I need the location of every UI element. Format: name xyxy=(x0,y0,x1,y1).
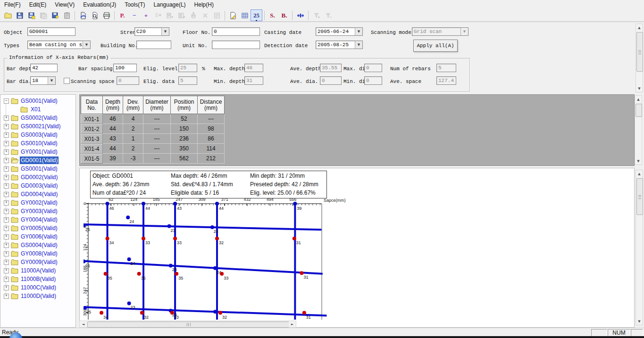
expand-box-icon[interactable]: + xyxy=(4,141,9,146)
expand-box-icon[interactable]: + xyxy=(4,200,9,206)
scrollbar-thumb[interactable] xyxy=(636,32,643,72)
tree-item-gy0005valid[interactable]: GY0005(Valid) xyxy=(20,224,59,232)
tree-item-11000cvalid[interactable]: 11000C(Valid) xyxy=(20,284,57,291)
expand-box-icon[interactable]: + xyxy=(4,217,9,223)
print-button[interactable] xyxy=(100,9,112,21)
menu-item-edit[interactable]: Edit(E) xyxy=(25,0,51,9)
types-field[interactable]: Beam casting on site▼ xyxy=(27,41,91,49)
apply-all-button[interactable]: Apply all(A) xyxy=(413,40,458,52)
expand-box-icon[interactable]: + xyxy=(4,158,9,163)
expand-box-icon[interactable]: + xyxy=(4,268,9,273)
expand-box-icon[interactable]: + xyxy=(4,209,9,214)
tree-item-gy0006valid[interactable]: GY0006(Valid) xyxy=(20,233,59,240)
menu-item-view[interactable]: View(V) xyxy=(50,0,79,9)
menu-item-file[interactable]: File(F) xyxy=(0,0,25,9)
floor-no-field[interactable]: 0 xyxy=(212,27,260,36)
tree-item-gs0002valid[interactable]: GS0002(Valid) xyxy=(20,114,59,122)
clipboard-button[interactable] xyxy=(61,9,73,21)
save-as-button[interactable] xyxy=(25,9,37,21)
expand-box-icon[interactable]: + xyxy=(4,166,9,172)
scroll-left-arrow-icon[interactable]: ◄ xyxy=(80,321,87,327)
tree-item-gd0003valid[interactable]: GD0003(Valid) xyxy=(20,182,59,190)
bar-spacing-field[interactable]: 100 xyxy=(113,64,137,72)
casting-date-field[interactable]: 2005-06-24▼ xyxy=(316,27,363,36)
row-header-x01-2[interactable]: X01-2 xyxy=(81,124,103,134)
expand-box-icon[interactable]: + xyxy=(4,234,9,239)
menu-item-tools[interactable]: Tools(T) xyxy=(120,0,149,9)
scroll-down-arrow-icon[interactable]: ▼ xyxy=(635,157,642,165)
row-header-x01-3[interactable]: X01-3 xyxy=(81,134,103,144)
expand-box-icon[interactable]: + xyxy=(4,115,9,121)
expand-box-icon[interactable]: + xyxy=(4,226,9,231)
pane-splitter[interactable] xyxy=(76,94,79,328)
chart-horizontal-scrollbar[interactable]: ◄ ► xyxy=(79,321,296,328)
scroll-up-arrow-icon[interactable]: ▲ xyxy=(636,170,643,177)
building-no-field[interactable] xyxy=(136,41,171,49)
expand-box-icon[interactable]: + xyxy=(4,192,9,197)
bar-dia-field[interactable]: 18▼ xyxy=(30,76,56,85)
tree-item-gd0002valid[interactable]: GD0002(Valid) xyxy=(20,173,59,181)
scroll-up-arrow-icon[interactable]: ▲ xyxy=(636,24,643,31)
expand-box-icon[interactable]: + xyxy=(4,243,9,248)
detection-date-field[interactable]: 2005-08-25▼ xyxy=(316,41,363,49)
tree-item-gs0001valid[interactable]: GS0001(Valid) xyxy=(20,165,59,173)
scrollbar-thumb[interactable] xyxy=(87,322,289,328)
remove-point-button[interactable]: − xyxy=(128,9,140,21)
open-file-button[interactable] xyxy=(2,9,14,21)
object-field[interactable]: GD0001 xyxy=(27,27,75,36)
edit-doc-button[interactable] xyxy=(227,9,239,21)
expand-box-icon[interactable]: + xyxy=(4,175,9,180)
scanning-space-field-checkbox[interactable] xyxy=(64,78,70,84)
row-header-x01-4[interactable]: X01-4 xyxy=(81,144,103,154)
print-preview-button[interactable] xyxy=(89,9,100,21)
rebar-grid-plot[interactable]: 62124185247309371432494556Sapce(mm)06212… xyxy=(84,196,352,320)
expand-box-icon[interactable]: + xyxy=(4,251,9,256)
tree-item-x01[interactable]: X01 xyxy=(30,106,42,113)
add-point-button[interactable]: + xyxy=(140,9,152,21)
expand-box-icon[interactable]: + xyxy=(4,277,9,282)
scrollbar-thumb[interactable] xyxy=(636,178,643,215)
chart-vertical-scrollbar[interactable]: ▲ ▼ xyxy=(636,170,643,325)
scrollbar-thumb[interactable] xyxy=(636,104,642,117)
tree-item-gy0001valid[interactable]: GY0001(Valid) xyxy=(20,148,59,156)
tree-item-gs0010valid[interactable]: GS0010(Valid) xyxy=(20,140,59,147)
scroll-down-arrow-icon[interactable]: ▼ xyxy=(636,318,643,325)
depth-label-button[interactable]: 25 xyxy=(251,9,262,21)
save-button[interactable] xyxy=(14,9,25,21)
chevron-down-icon[interactable]: ▼ xyxy=(460,28,468,35)
expand-box-icon[interactable]: + xyxy=(4,124,9,129)
tree-item-gd0001valid[interactable]: GD0001(Valid) xyxy=(20,157,59,164)
form-vertical-scrollbar[interactable]: ▲ ▼ xyxy=(636,24,643,92)
scroll-right-arrow-icon[interactable]: ► xyxy=(289,321,296,327)
tree-item-gd0004valid[interactable]: GD0004(Valid) xyxy=(20,190,59,198)
s-mode-button[interactable]: S. xyxy=(267,9,278,21)
menu-item-language[interactable]: Language(L) xyxy=(150,0,190,9)
bar-depth-field[interactable]: 42 xyxy=(30,64,58,72)
save-export-button[interactable] xyxy=(49,9,61,21)
unit-no-field[interactable] xyxy=(212,41,260,49)
tree-item-gy0002valid[interactable]: GY0002(Valid) xyxy=(20,199,59,206)
grid-view-button[interactable] xyxy=(239,9,251,21)
tree-item-gs0001valid[interactable]: GS0001(Valid) xyxy=(20,97,59,105)
expand-box-icon[interactable]: + xyxy=(4,294,9,299)
expand-box-icon[interactable]: + xyxy=(4,260,9,265)
scroll-down-arrow-icon[interactable]: ▼ xyxy=(636,85,643,92)
strength-field[interactable]: C20▼ xyxy=(134,27,169,36)
report-button[interactable] xyxy=(77,9,89,21)
tree-item-gy0008valid[interactable]: GY0008(Valid) xyxy=(20,250,59,257)
tree-item-11000avalid[interactable]: 11000A(Valid) xyxy=(20,267,57,274)
b-mode-button[interactable]: B. xyxy=(278,9,290,21)
menu-item-evaluation[interactable]: Evaluation(J) xyxy=(79,0,120,9)
expand-box-icon[interactable]: + xyxy=(4,285,9,290)
menu-item-help[interactable]: Help(H) xyxy=(190,0,218,9)
move-view-button[interactable] xyxy=(294,9,306,21)
row-header-x01-5[interactable]: X01-5 xyxy=(81,154,103,164)
chevron-down-icon[interactable]: ▼ xyxy=(48,77,55,84)
chevron-down-icon[interactable]: ▼ xyxy=(355,41,362,49)
tree-item-11000dvalid[interactable]: 11000D(Valid) xyxy=(20,292,57,300)
tree-item-gs0003valid[interactable]: GS0003(Valid) xyxy=(20,131,59,139)
chevron-down-icon[interactable]: ▼ xyxy=(355,28,362,35)
expand-box-icon[interactable]: + xyxy=(4,183,9,189)
tree-item-gy0004valid[interactable]: GY0004(Valid) xyxy=(20,216,59,223)
collapse-box-icon[interactable]: − xyxy=(4,99,9,104)
